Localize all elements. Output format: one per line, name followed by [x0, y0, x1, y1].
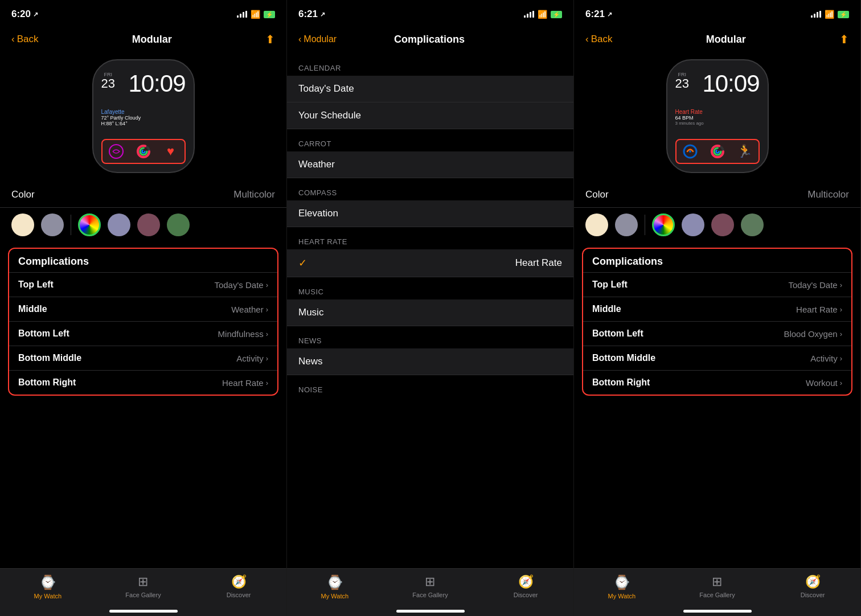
- watch-frame-1: FRI 23 10:09 Lafayette 72° Partly Cloudy…: [92, 59, 195, 173]
- tab-my-watch-1[interactable]: ⌚ My Watch: [25, 574, 71, 599]
- complication-middle-3[interactable]: Middle Heart Rate ›: [583, 297, 851, 321]
- compass-icon-3: 🧭: [805, 574, 821, 589]
- list-todays-date[interactable]: Today's Date: [287, 76, 573, 102]
- tab-discover-1[interactable]: 🧭 Discover: [216, 574, 261, 598]
- svg-point-4: [142, 150, 145, 153]
- tab-face-gallery-2[interactable]: ⊞ Face Gallery: [407, 574, 453, 598]
- list-music[interactable]: Music: [287, 299, 573, 326]
- tab-bar-3: ⌚ My Watch ⊞ Face Gallery 🧭 Discover: [574, 568, 860, 616]
- section-news: NEWS: [287, 326, 573, 348]
- complication-bottom-right-3[interactable]: Bottom Right Workout ›: [583, 370, 851, 395]
- tab-bar-2: ⌚ My Watch ⊞ Face Gallery 🧭 Discover: [287, 568, 573, 616]
- tab-face-gallery-1[interactable]: ⊞ Face Gallery: [120, 574, 166, 598]
- swatch-gold[interactable]: [11, 213, 34, 236]
- chevron-icon: ›: [266, 354, 268, 363]
- status-bar-1: 6:20 ↗ 📶 ⚡: [0, 0, 286, 25]
- swatch-gold-3[interactable]: [585, 213, 608, 236]
- tab-discover-2[interactable]: 🧭 Discover: [503, 574, 548, 598]
- complication-activity-3: [708, 142, 727, 161]
- swatch-gray-3[interactable]: [615, 213, 638, 236]
- section-heart-rate: HEART RATE: [287, 227, 573, 249]
- swatch-multicolor-3[interactable]: [652, 213, 675, 236]
- complication-bottom-middle-3[interactable]: Bottom Middle Activity ›: [583, 346, 851, 370]
- swatch-gray[interactable]: [41, 213, 64, 236]
- location-arrow-icon: ↗: [33, 11, 38, 18]
- swatch-mauve[interactable]: [137, 213, 160, 236]
- swatch-mauve-3[interactable]: [711, 213, 734, 236]
- home-indicator-1: [109, 610, 178, 613]
- status-time-2: 6:21 ↗: [298, 9, 325, 20]
- complication-top-left-1[interactable]: Top Left Today's Date ›: [9, 272, 277, 297]
- complication-bottom-middle-1[interactable]: Bottom Middle Activity ›: [9, 346, 277, 370]
- section-music: MUSIC: [287, 277, 573, 299]
- list-elevation[interactable]: Elevation: [287, 200, 573, 227]
- color-swatches-3: [574, 208, 860, 242]
- share-button-1[interactable]: ⬆: [265, 32, 275, 46]
- chevron-icon: ›: [266, 379, 268, 387]
- list-news[interactable]: News: [287, 348, 573, 375]
- section-calendar: CALENDAR: [287, 54, 573, 76]
- complications-header-3: Complications: [583, 249, 851, 272]
- watch-complications-3: 🏃: [675, 139, 760, 164]
- back-button-3[interactable]: ‹ Back: [585, 34, 612, 45]
- swatch-purple-3[interactable]: [682, 213, 704, 236]
- list-weather[interactable]: Weather: [287, 151, 573, 178]
- watch-icon-3: ⌚: [613, 574, 630, 590]
- complication-blood-oxygen: [681, 142, 699, 161]
- tab-my-watch-3[interactable]: ⌚ My Watch: [599, 574, 645, 599]
- status-time-1: 6:20 ↗: [11, 9, 38, 20]
- back-button-1[interactable]: ‹ Back: [11, 34, 38, 45]
- gallery-icon-1: ⊞: [138, 574, 148, 589]
- watch-middle-3: Heart Rate 64 BPM 3 minutes ago: [675, 109, 760, 126]
- complication-middle-1[interactable]: Middle Weather ›: [9, 297, 277, 321]
- checkmark-icon: ✓: [298, 257, 307, 269]
- status-time-3: 6:21 ↗: [585, 9, 612, 20]
- complication-bottom-left-3[interactable]: Bottom Left Blood Oxygen ›: [583, 321, 851, 346]
- svg-point-6: [689, 150, 691, 153]
- list-heart-rate[interactable]: ✓ Heart Rate: [287, 249, 573, 277]
- chevron-icon: ›: [266, 281, 268, 289]
- swatch-purple[interactable]: [108, 213, 130, 236]
- swatch-green-3[interactable]: [741, 213, 764, 236]
- location-arrow-icon-3: ↗: [607, 11, 612, 18]
- complication-bottom-right-1[interactable]: Bottom Right Heart Rate ›: [9, 370, 277, 395]
- swatch-divider: [71, 215, 71, 235]
- complication-heart: ♥: [162, 142, 180, 161]
- swatch-multicolor[interactable]: [78, 213, 101, 236]
- swatch-divider-3: [645, 215, 645, 235]
- wifi-icon-3: 📶: [825, 10, 834, 19]
- complication-top-left-3[interactable]: Top Left Today's Date ›: [583, 272, 851, 297]
- tab-discover-3[interactable]: 🧭 Discover: [790, 574, 835, 598]
- watch-frame-3: FRI 23 10:09 Heart Rate 64 BPM 3 minutes…: [666, 59, 769, 173]
- svg-point-9: [714, 148, 721, 155]
- share-button-3[interactable]: ⬆: [839, 32, 849, 46]
- complications-header-1: Complications: [9, 249, 277, 272]
- watch-time-1: 10:09: [128, 72, 185, 96]
- tab-my-watch-2[interactable]: ⌚ My Watch: [312, 574, 358, 599]
- list-your-schedule[interactable]: Your Schedule: [287, 102, 573, 129]
- wifi-icon-1: 📶: [251, 10, 260, 19]
- complication-workout: 🏃: [736, 142, 754, 161]
- chevron-icon-3a: ›: [840, 281, 842, 289]
- swatch-green[interactable]: [167, 213, 190, 236]
- chevron-left-icon-1: ‹: [11, 34, 15, 45]
- panel-3: 6:21 ↗ 📶 ⚡ ‹ Back Modular ⬆ FRI: [574, 0, 861, 616]
- chevron-left-icon-3: ‹: [585, 34, 589, 45]
- svg-point-3: [140, 148, 147, 155]
- signal-bars-1: [237, 11, 247, 18]
- section-compass: COMPASS: [287, 178, 573, 200]
- location-arrow-icon-2: ↗: [320, 11, 325, 18]
- complication-bottom-left-1[interactable]: Bottom Left Mindfulness ›: [9, 321, 277, 346]
- watch-complications-1: ♥: [101, 139, 186, 164]
- nav-bar-2: ‹ Modular Complications: [287, 25, 573, 54]
- gallery-icon-2: ⊞: [425, 574, 435, 589]
- svg-point-0: [109, 145, 123, 158]
- watch-date-1: FRI 23: [101, 72, 115, 90]
- compass-icon-2: 🧭: [518, 574, 534, 589]
- battery-icon-1: ⚡: [264, 11, 275, 18]
- tab-face-gallery-3[interactable]: ⊞ Face Gallery: [694, 574, 740, 598]
- back-button-2[interactable]: ‹ Modular: [298, 34, 337, 44]
- status-bar-2: 6:21 ↗ 📶 ⚡: [287, 0, 573, 25]
- status-icons-1: 📶 ⚡: [237, 10, 275, 19]
- complication-activity: [134, 142, 153, 161]
